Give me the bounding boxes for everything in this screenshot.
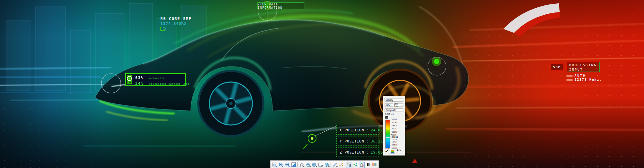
- current-scale-value: 2.3206: [392, 136, 398, 138]
- meter-bars-icon: [128, 82, 132, 83]
- component-select[interactable]: SUM ▾: [385, 103, 393, 107]
- zoom-to-box-button[interactable]: [271, 162, 278, 168]
- color-swatches-icon: [372, 163, 377, 167]
- color-scale-bar: [385, 120, 390, 149]
- unit-select-value: ft / sec: [395, 103, 401, 108]
- reset-view-icon: [291, 162, 296, 167]
- representation-select-value: Composite: [386, 109, 396, 111]
- time-label: 7.298 sec: [385, 113, 394, 115]
- core-value: 1374.84DRX: [160, 22, 192, 26]
- reset-view-button[interactable]: [290, 162, 297, 168]
- camera-reset-button[interactable]: [317, 162, 324, 168]
- processing-line1: PROCESSING: [569, 63, 599, 67]
- core-chip-icon: [163, 28, 165, 30]
- dial-icon: [127, 76, 132, 81]
- scale-tick: 5.8668: [392, 118, 397, 120]
- isometric-view-button[interactable]: [324, 162, 330, 168]
- toolbar-separator: [345, 162, 345, 167]
- chevron-down-icon: ▾: [401, 109, 402, 111]
- scale-tick: 4.5630: [392, 125, 397, 127]
- processing-line2: INPUT: [569, 67, 599, 72]
- rotate-tool-button[interactable]: [298, 162, 305, 168]
- field-select-value: Velocity: [386, 99, 393, 101]
- core-title: R5_CORE_SMP: [160, 16, 192, 21]
- auto-label: automatic: [149, 77, 165, 80]
- glyph-points-button[interactable]: [338, 162, 344, 168]
- dropdown-caret-icon: [328, 166, 330, 167]
- current-value-marker: [386, 137, 390, 138]
- pipeline-graph-button[interactable]: [352, 162, 359, 168]
- left-marker-ring: [101, 74, 121, 93]
- zoom-out-icon: [285, 162, 290, 167]
- scale-tick: 3.9112: [392, 128, 397, 130]
- unit-select[interactable]: ft / sec ▾: [394, 103, 403, 107]
- zoom-to-box-icon: [272, 162, 277, 167]
- core-readout: R5_CORE_SMP 1374.84DRX: [160, 16, 192, 31]
- measure-button[interactable]: [332, 162, 338, 168]
- zoom-in-button[interactable]: [278, 162, 284, 168]
- representation-select[interactable]: Composite ▾: [385, 108, 403, 112]
- transfer-function-button[interactable]: [397, 148, 401, 154]
- field-select[interactable]: Velocity ▾: [385, 98, 403, 102]
- zoom-in-icon: [279, 162, 284, 167]
- processing-input-panel[interactable]: PROCESSING INPUT: [567, 62, 600, 72]
- dropdown-caret-icon: [336, 166, 338, 167]
- signal-ticks-icon: [566, 75, 573, 77]
- rgb-triangle-icon: [359, 162, 364, 167]
- camera-box-icon: [318, 162, 323, 167]
- right-marker-dot[interactable]: [434, 59, 439, 64]
- wind-tunnel-viewport: VIEW DATA INFORMATION R5_CORE_SMP 1374.8…: [0, 0, 644, 168]
- dropdown-caret-icon: [309, 166, 311, 167]
- relay-ticks-icon: [566, 79, 573, 81]
- z-position-label: Z POSITION :: [340, 150, 369, 154]
- collapse-button[interactable]: [385, 116, 388, 119]
- ssp-tag[interactable]: SSP: [551, 64, 563, 70]
- auto-percent: 63%: [135, 76, 144, 80]
- target-marker-dot: [311, 137, 313, 140]
- load-percent: 34%: [135, 81, 144, 86]
- chevron-down-icon: ▾: [401, 99, 402, 101]
- gauge-icon: [127, 75, 132, 84]
- toolbar-separator: [331, 162, 331, 167]
- node-tree-icon: [347, 162, 351, 167]
- dropdown-caret-icon: [303, 166, 304, 167]
- y-position-readout: Y POSITION : 36.21: [336, 136, 379, 146]
- frequency-value: 12371 Mghz.: [575, 78, 602, 81]
- glyph-points-icon: [339, 162, 344, 167]
- target-marker-tick: [303, 144, 307, 149]
- target-leader-line: [315, 126, 336, 136]
- x-position-value: 24.87: [371, 128, 383, 132]
- pause-icon: [366, 163, 370, 167]
- pause-button[interactable]: [365, 162, 371, 168]
- viewer-toolbar: [270, 160, 379, 168]
- view-data-information-button[interactable]: VIEW DATA INFORMATION: [257, 2, 304, 9]
- view-data-information-label: VIEW DATA INFORMATION: [258, 3, 304, 9]
- ssp-label: SSP: [553, 65, 561, 69]
- hud-markers: [0, 0, 644, 168]
- toolbar-separator: [297, 162, 298, 167]
- color-legend-button[interactable]: [371, 162, 378, 168]
- x-position-readout: X POSITION : 24.87: [336, 125, 379, 135]
- z-position-readout: Z POSITION : 19.05: [336, 147, 379, 157]
- color-preset-button[interactable]: [390, 149, 395, 154]
- processing-readout: AUTO 12371 Mghz.: [566, 74, 602, 82]
- load-status-panel[interactable]: 63% automatic 34% calculated current loa…: [125, 73, 186, 86]
- current-value-bracket: [391, 134, 392, 140]
- y-position-label: Y POSITION :: [340, 139, 369, 143]
- core-bracket: [160, 27, 165, 31]
- scale-tick: 5.2149: [392, 121, 397, 123]
- dropdown-caret-icon: [316, 166, 317, 167]
- load-readouts: 63% automatic 34% calculated current loa…: [133, 74, 189, 85]
- chevron-down-icon: ▾: [401, 104, 402, 106]
- node-tree-button[interactable]: [346, 162, 352, 168]
- scale-tick: 1.3037: [392, 141, 397, 143]
- perspective-cube-button[interactable]: [305, 162, 311, 168]
- y-position-value: 36.21: [371, 139, 383, 143]
- z-position-value: 19.05: [371, 150, 383, 154]
- mode-value: AUTO: [575, 74, 586, 77]
- color-triangle-button[interactable]: [359, 162, 365, 168]
- transfer-function-icon: [397, 148, 401, 153]
- orthographic-globe-button[interactable]: [311, 162, 317, 168]
- zoom-out-button[interactable]: [284, 162, 291, 168]
- rescale-range-button[interactable]: [385, 148, 389, 154]
